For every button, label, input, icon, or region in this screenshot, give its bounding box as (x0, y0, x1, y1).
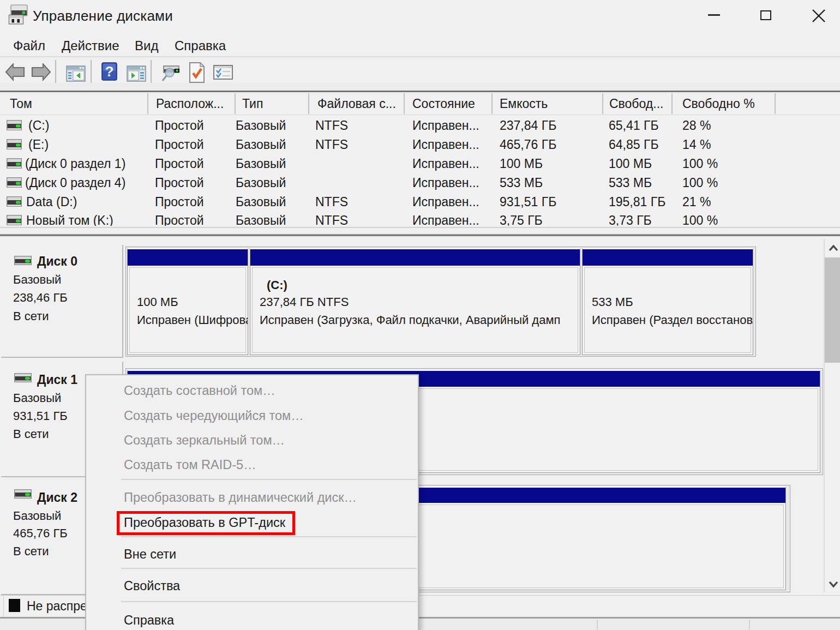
svg-text:?: ? (105, 63, 114, 80)
